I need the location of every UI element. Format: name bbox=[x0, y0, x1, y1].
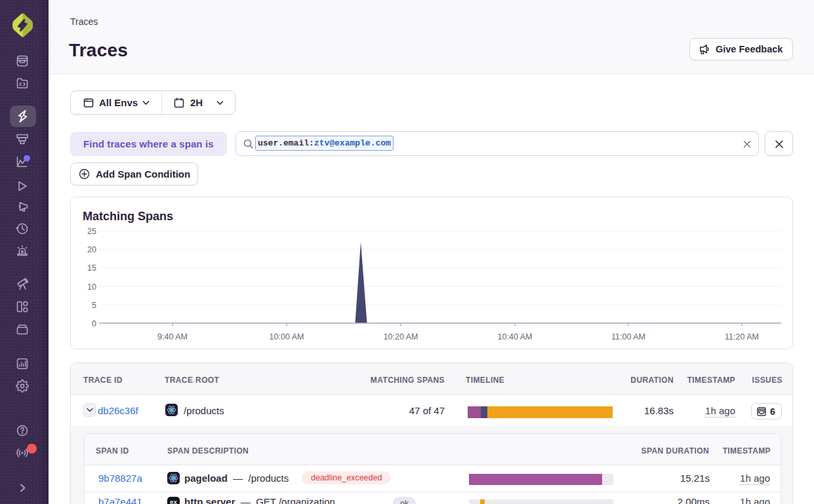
svg-text:10: 10 bbox=[87, 282, 96, 292]
svg-text:15: 15 bbox=[87, 263, 96, 273]
svg-text:25: 25 bbox=[87, 227, 96, 236]
svg-text:0: 0 bbox=[92, 319, 96, 328]
svg-text:10:20 AM: 10:20 AM bbox=[384, 332, 418, 341]
svg-text:9:40 AM: 9:40 AM bbox=[157, 332, 188, 341]
svg-text:10:00 AM: 10:00 AM bbox=[270, 332, 304, 341]
svg-text:11:00 AM: 11:00 AM bbox=[611, 332, 645, 341]
svg-text:10:40 AM: 10:40 AM bbox=[498, 332, 533, 341]
svg-text:20: 20 bbox=[87, 245, 96, 254]
svg-text:5: 5 bbox=[92, 301, 96, 310]
svg-text:11:20 AM: 11:20 AM bbox=[725, 332, 759, 341]
